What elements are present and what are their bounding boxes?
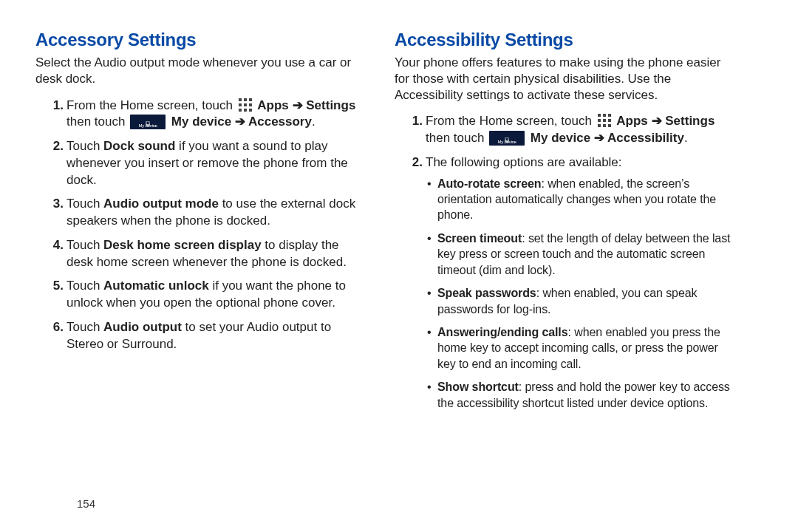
svg-rect-3 (239, 103, 242, 106)
accessory-step-3: 3. Touch Audio output mode to use the ex… (66, 196, 366, 230)
accessory-step-6: 6. Touch Audio output to set your Audio … (66, 319, 366, 353)
svg-rect-17 (603, 124, 606, 127)
apps-settings-label: Apps ➔ Settings (257, 98, 355, 112)
svg-rect-8 (249, 109, 252, 112)
accessory-heading: Accessory Settings (35, 30, 372, 50)
accessibility-heading: Accessibility Settings (395, 30, 745, 50)
option-answering-calls: Answering/ending calls: when enabled you… (427, 324, 739, 372)
page-number: 154 (77, 497, 95, 510)
accessibility-intro: Your phone offers features to make using… (395, 55, 732, 103)
svg-rect-6 (239, 109, 242, 112)
accessory-step-1: 1. From the Home screen, touch Apps ➔ Se… (66, 98, 366, 132)
my-device-icon: My device (489, 131, 525, 146)
svg-rect-13 (598, 119, 601, 122)
svg-rect-11 (603, 114, 606, 117)
svg-rect-4 (244, 103, 247, 106)
right-column: Accessibility Settings Your phone offers… (390, 30, 745, 517)
accessory-step-2: 2. Touch Dock sound if you want a sound … (66, 138, 366, 188)
svg-rect-10 (598, 114, 601, 117)
accessory-step-5: 5. Touch Automatic unlock if you want th… (66, 278, 366, 312)
option-show-shortcut: Show shortcut: press and hold the power … (427, 379, 739, 411)
manual-page: Accessory Settings Select the Audio outp… (0, 0, 798, 532)
accessory-intro: Select the Audio output mode whenever yo… (35, 55, 359, 87)
svg-rect-7 (244, 109, 247, 112)
mydevice-accessory-label: My device ➔ Accessory (171, 115, 312, 129)
apps-grid-icon (238, 98, 253, 112)
left-column: Accessory Settings Select the Audio outp… (35, 30, 390, 517)
svg-rect-18 (608, 124, 611, 127)
accessibility-step-2: 2. The following options are available: … (426, 154, 739, 411)
svg-rect-14 (603, 119, 606, 122)
svg-rect-5 (249, 103, 252, 106)
accessibility-step-1: 1. From the Home screen, touch Apps ➔ Se… (426, 113, 739, 147)
accessibility-steps: 1. From the Home screen, touch Apps ➔ Se… (411, 113, 745, 411)
accessibility-options: Auto-rotate screen: when enabled, the sc… (427, 176, 739, 412)
apps-grid-icon (597, 113, 612, 128)
apps-settings-label: Apps ➔ Settings (616, 114, 715, 128)
svg-rect-16 (598, 124, 601, 127)
svg-rect-1 (244, 98, 247, 101)
accessory-steps: 1. From the Home screen, touch Apps ➔ Se… (52, 98, 372, 353)
option-screen-timeout: Screen timeout: set the length of delay … (427, 231, 739, 278)
option-speak-passwords: Speak passwords: when enabled, you can s… (427, 285, 739, 317)
svg-rect-0 (239, 98, 242, 101)
accessory-step-4: 4. Touch Desk home screen display to dis… (66, 237, 366, 271)
svg-rect-12 (608, 114, 611, 117)
mydevice-accessibility-label: My device ➔ Accessibility (531, 131, 684, 145)
svg-rect-15 (608, 119, 611, 122)
my-device-icon: My device (130, 115, 166, 129)
option-auto-rotate: Auto-rotate screen: when enabled, the sc… (427, 176, 739, 223)
svg-rect-2 (249, 98, 252, 101)
